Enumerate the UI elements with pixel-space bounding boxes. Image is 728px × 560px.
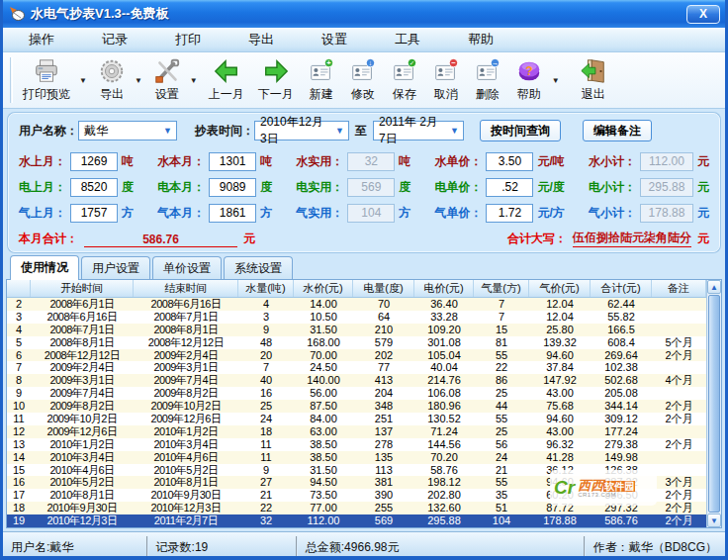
search-by-time-button[interactable]: 按时间查询: [480, 120, 561, 141]
delete-record-button[interactable]: → 删除: [468, 55, 507, 105]
table-row[interactable]: 22008年6月1日2008年6月16日414.007036.40712.046…: [7, 298, 706, 311]
gas-subtotal-field: 178.88: [640, 204, 693, 223]
column-header[interactable]: 结束时间: [134, 280, 238, 297]
column-header[interactable]: 水价(元): [294, 280, 353, 297]
table-cell: 4个月: [652, 374, 706, 387]
table-row[interactable]: 132010年1月2日2010年3月4日1138.50278144.565696…: [7, 438, 706, 451]
save-record-button[interactable]: ✓ 保存: [385, 55, 424, 105]
table-row[interactable]: 32008年6月16日2008年7月1日310.506433.28712.045…: [7, 311, 706, 324]
table-row[interactable]: 122009年12月6日2010年1月2日1863.0013771.242543…: [7, 425, 706, 438]
column-header[interactable]: 电量(度): [353, 280, 414, 297]
scroll-up-icon[interactable]: ▲: [707, 280, 721, 294]
elec-cur-input[interactable]: 9089: [209, 178, 256, 197]
column-header[interactable]: 气价(元): [529, 280, 591, 297]
column-header[interactable]: 水量(吨): [238, 280, 294, 297]
prev-month-button[interactable]: 上一月: [203, 55, 250, 105]
elec-price-input[interactable]: .52: [486, 178, 533, 197]
table-cell: 2008年7月1日: [134, 311, 238, 324]
tab-strip: 使用情况 用户设置 单价设置 系统设置: [6, 256, 722, 279]
gas-price-label: 气单价：: [434, 205, 482, 222]
table-cell: 70: [353, 298, 414, 311]
table-row[interactable]: 92009年7月4日2009年8月2日1656.00204106.082543.…: [7, 387, 706, 400]
cancel-button[interactable]: − 取消: [426, 55, 466, 105]
table-row[interactable]: 62008年12月12日2009年2月4日2070.00202105.04559…: [7, 349, 706, 362]
table-cell: 269.64: [591, 349, 652, 362]
tab-system-settings[interactable]: 系统设置: [224, 256, 293, 279]
menu-settings[interactable]: 设置: [308, 28, 361, 51]
menu-record[interactable]: 记录: [88, 28, 141, 51]
chevron-down-icon[interactable]: ▼: [549, 76, 563, 85]
table-cell: 38.50: [294, 451, 353, 464]
water-cur-input[interactable]: 1301: [209, 152, 256, 171]
table-row[interactable]: 42008年7月1日2008年8月1日931.50210109.201525.8…: [7, 324, 706, 336]
tab-price-settings[interactable]: 单价设置: [152, 256, 222, 279]
scroll-down-icon[interactable]: ▼: [707, 513, 721, 527]
table-cell: 9: [238, 464, 294, 477]
table-cell: 32: [238, 514, 294, 527]
column-header[interactable]: 开始时间: [31, 280, 134, 297]
table-cell: 295.88: [414, 514, 474, 527]
close-button[interactable]: X: [686, 5, 720, 24]
date-from-select[interactable]: 2010年12月 3日 ▼: [254, 121, 349, 140]
print-preview-button[interactable]: 打印预览 ▼: [17, 55, 90, 105]
table-cell: 75.68: [529, 400, 591, 413]
table-row[interactable]: 192010年12月3日2011年2月7日32112.00569295.8810…: [7, 514, 706, 527]
modify-record-button[interactable]: ↓ 修改: [343, 55, 383, 105]
column-header[interactable]: 合计(元): [591, 280, 652, 297]
column-header[interactable]: [7, 280, 31, 297]
table-cell: 2008年7月1日: [31, 324, 134, 336]
chevron-down-icon[interactable]: ▼: [159, 126, 176, 136]
gas-cur-input[interactable]: 1861: [209, 204, 256, 223]
gas-price-input[interactable]: 1.72: [486, 204, 533, 223]
toolbar-button-label: 取消: [434, 86, 458, 103]
table-row[interactable]: 82009年3月1日2009年7月4日40140.00413214.768614…: [7, 374, 706, 387]
gas-prev-input[interactable]: 1757: [70, 204, 118, 223]
chevron-down-icon[interactable]: ▼: [446, 126, 463, 136]
user-select[interactable]: 戴华 ▼: [78, 121, 177, 140]
water-price-input[interactable]: 3.50: [486, 152, 533, 171]
exit-button[interactable]: 退出: [574, 55, 613, 105]
new-record-button[interactable]: + 新建: [302, 55, 341, 105]
menu-export[interactable]: 导出: [234, 28, 288, 51]
water-row: 水上月：1269吨 水本月：1301吨 水实用：32吨 水单价：3.50元/吨 …: [19, 148, 709, 174]
tab-user-settings[interactable]: 用户设置: [81, 256, 150, 279]
client-area: 用户名称： 戴华 ▼ 抄表时间： 2010年12月 3日 ▼ 至 2011年 2…: [3, 109, 725, 531]
elec-prev-input[interactable]: 8520: [70, 178, 118, 197]
menu-tools[interactable]: 工具: [381, 28, 434, 51]
help-button[interactable]: ? 帮助 ▼: [509, 55, 563, 105]
vertical-scrollbar[interactable]: ▲ ▼: [706, 280, 721, 527]
table-row[interactable]: 72009年2月4日2009年3月1日724.507740.042237.841…: [7, 361, 706, 374]
column-header[interactable]: 备注: [652, 280, 706, 297]
table-cell: 94.60: [529, 413, 591, 425]
table-row[interactable]: 142010年3月4日2010年4月6日1138.5013570.202441.…: [7, 451, 706, 464]
next-month-button[interactable]: 下一月: [252, 55, 300, 105]
month-total-unit: 元: [243, 231, 255, 247]
menu-help[interactable]: 帮助: [454, 28, 507, 51]
chevron-down-icon[interactable]: ▼: [187, 76, 201, 85]
month-total-value: 586.76: [84, 233, 237, 247]
column-header[interactable]: 电价(元): [414, 280, 474, 297]
menu-print[interactable]: 打印: [161, 28, 215, 51]
table-row[interactable]: 52008年8月1日2008年12月12日48168.00579301.0881…: [7, 336, 706, 349]
table-cell: 202: [353, 349, 414, 362]
scrollbar-thumb[interactable]: [708, 295, 720, 513]
table-cell: 586.76: [591, 514, 652, 527]
water-prev-input[interactable]: 1269: [70, 152, 118, 171]
settings-button[interactable]: 设置 ▼: [147, 55, 201, 105]
chevron-down-icon[interactable]: ▼: [76, 76, 90, 85]
table-cell: 58.76: [414, 464, 474, 477]
export-button[interactable]: 导出 ▼: [92, 55, 145, 105]
edit-remark-button[interactable]: 编辑备注: [583, 120, 652, 141]
table-row[interactable]: 112009年10月2日2009年12月6日2484.00251130.5255…: [7, 413, 706, 425]
table-cell: 17: [7, 489, 31, 502]
chevron-down-icon[interactable]: ▼: [132, 76, 145, 85]
table-cell: 2010年4月6日: [31, 464, 134, 477]
status-record-count: 记录数:19: [146, 536, 296, 558]
table-row[interactable]: 102009年8月2日2009年10月2日2587.50348180.96447…: [7, 400, 706, 413]
table-header: 开始时间结束时间水量(吨)水价(元)电量(度)电价(元)气量(方)气价(元)合计…: [7, 280, 706, 298]
tab-usage[interactable]: 使用情况: [10, 255, 79, 280]
column-header[interactable]: 气量(方): [474, 280, 529, 297]
date-to-select[interactable]: 2011年 2月 7日 ▼: [373, 121, 464, 140]
menu-operation[interactable]: 操作: [15, 28, 68, 51]
chevron-down-icon[interactable]: ▼: [331, 126, 348, 136]
